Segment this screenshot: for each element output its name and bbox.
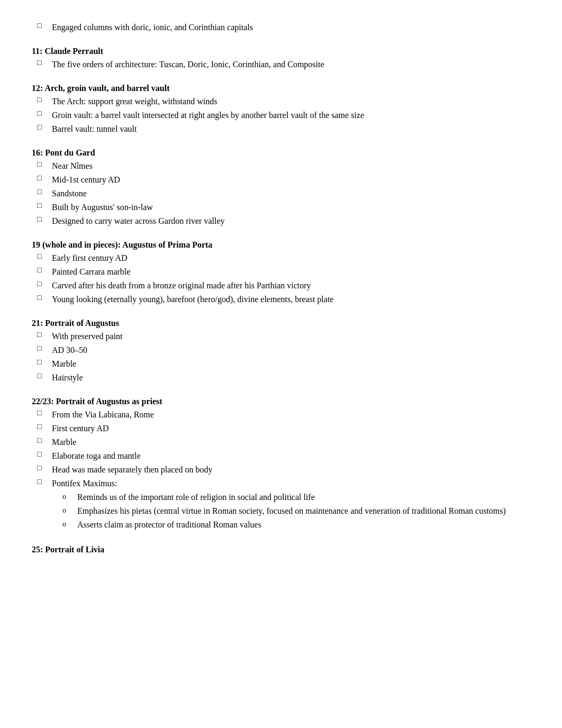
list-item: □ The five orders of architecture: Tusca… (32, 58, 530, 71)
bullet-text: Sandstone (52, 187, 530, 200)
bullet-list: □ With preserved paint □ AD 30–50 □ Marb… (32, 330, 530, 384)
bullet-icon: □ (37, 408, 52, 417)
bullet-icon: □ (37, 201, 52, 210)
section-19: 19 (whole and in pieces): Augustus of Pr… (32, 240, 530, 306)
list-item: □ Head was made separately then placed o… (32, 463, 530, 476)
list-item: □ Marble (32, 358, 530, 370)
sub-bullet-text: Reminds us of the important role of reli… (77, 491, 530, 504)
list-item: □ Painted Carrara marble (32, 266, 530, 278)
bullet-icon: □ (37, 477, 52, 486)
page-content: □ Engaged columns with doric, ionic, and… (32, 21, 530, 554)
list-item: □ Young looking (eternally young), baref… (32, 293, 530, 306)
bullet-text: Elaborate toga and mantle (52, 450, 530, 462)
section-16: 16: Pont du Gard □ Near Nîmes □ Mid-1st … (32, 148, 530, 228)
sub-bullet-text: Asserts claim as protector of traditiona… (77, 518, 530, 531)
list-item: □ Mid-1st century AD (32, 174, 530, 186)
section-header: 16: Pont du Gard (32, 148, 530, 158)
section-header: 12: Arch, groin vault, and barrel vault (32, 84, 530, 93)
bullet-text: Painted Carrara marble (52, 266, 530, 278)
list-item: □ From the Via Labicana, Rome (32, 408, 530, 421)
bullet-icon: □ (37, 252, 52, 261)
bullet-text: Hairstyle (52, 371, 530, 384)
bullet-icon: □ (37, 358, 52, 367)
section-header: 19 (whole and in pieces): Augustus of Pr… (32, 240, 530, 250)
list-item: □ Groin vault: a barrel vault intersecte… (32, 109, 530, 122)
list-item: □ With preserved paint (32, 330, 530, 343)
bullet-icon: □ (37, 422, 52, 431)
list-item: □ Engaged columns with doric, ionic, and… (32, 21, 530, 34)
bullet-text: Built by Augustus' son-in-law (52, 201, 530, 214)
bullet-icon: □ (37, 187, 52, 196)
section-header: 25: Portrait of Livia (32, 545, 530, 554)
bullet-list: □ The five orders of architecture: Tusca… (32, 58, 530, 71)
bullet-text: From the Via Labicana, Rome (52, 408, 530, 421)
bullet-icon: □ (37, 174, 52, 183)
bullet-icon: □ (37, 266, 52, 275)
list-item: □ Barrel vault: tunnel vault (32, 123, 530, 135)
bullet-list: □ The Arch: support great weight, withst… (32, 95, 530, 135)
bullet-icon: □ (37, 344, 52, 353)
bullet-icon: □ (37, 371, 52, 380)
section-header: 21: Portrait of Augustus (32, 319, 530, 328)
bullet-icon: □ (37, 21, 52, 30)
list-item: □ Pontifex Maximus: o Reminds us of the … (32, 477, 530, 532)
bullet-text: Engaged columns with doric, ionic, and C… (52, 21, 530, 34)
bullet-icon: □ (37, 215, 52, 224)
sub-list-item: o Asserts claim as protector of traditio… (52, 518, 530, 531)
sub-list-item: o Reminds us of the important role of re… (52, 491, 530, 504)
bullet-text: Pontifex Maximus: o Reminds us of the im… (52, 477, 530, 532)
bullet-list: □ Near Nîmes □ Mid-1st century AD □ Sand… (32, 160, 530, 228)
bullet-text: The five orders of architecture: Tuscan,… (52, 58, 530, 71)
top-section: □ Engaged columns with doric, ionic, and… (32, 21, 530, 34)
bullet-text: First century AD (52, 422, 530, 435)
sub-list-item: o Emphasizes his pietas (central virtue … (52, 505, 530, 517)
bullet-text: Groin vault: a barrel vault intersected … (52, 109, 530, 122)
list-item: □ Early first century AD (32, 252, 530, 265)
list-item: □ Marble (32, 436, 530, 449)
bullet-icon: □ (37, 450, 52, 459)
bullet-text: The Arch: support great weight, withstan… (52, 95, 530, 108)
sub-bullet-icon: o (62, 518, 77, 530)
bullet-text: Mid-1st century AD (52, 174, 530, 186)
bullet-text: Near Nîmes (52, 160, 530, 172)
list-item: □ The Arch: support great weight, withst… (32, 95, 530, 108)
bullet-icon: □ (37, 293, 52, 302)
bullet-icon: □ (37, 279, 52, 288)
bullet-text: Early first century AD (52, 252, 530, 265)
section-21: 21: Portrait of Augustus □ With preserve… (32, 319, 530, 384)
bullet-list: □ From the Via Labicana, Rome □ First ce… (32, 408, 530, 532)
sub-bullet-icon: o (62, 491, 77, 502)
top-bullet-list: □ Engaged columns with doric, ionic, and… (32, 21, 530, 34)
bullet-text: With preserved paint (52, 330, 530, 343)
list-item: □ Near Nîmes (32, 160, 530, 172)
list-item: □ Built by Augustus' son-in-law (32, 201, 530, 214)
bullet-text: Marble (52, 358, 530, 370)
bullet-text: Head was made separately then placed on … (52, 463, 530, 476)
list-item: □ AD 30–50 (32, 344, 530, 357)
sub-bullet-list: o Reminds us of the important role of re… (52, 491, 530, 531)
bullet-icon: □ (37, 160, 52, 169)
list-item: □ Hairstyle (32, 371, 530, 384)
bullet-list: □ Early first century AD □ Painted Carra… (32, 252, 530, 306)
bullet-icon: □ (37, 95, 52, 104)
sub-bullet-text: Emphasizes his pietas (central virtue in… (77, 505, 530, 517)
bullet-icon: □ (37, 58, 52, 67)
sub-bullet-icon: o (62, 505, 77, 516)
section-25: 25: Portrait of Livia (32, 545, 530, 554)
bullet-icon: □ (37, 123, 52, 132)
bullet-text: Marble (52, 436, 530, 449)
list-item: □ Carved after his death from a bronze o… (32, 279, 530, 292)
bullet-icon: □ (37, 109, 52, 118)
bullet-text: Barrel vault: tunnel vault (52, 123, 530, 135)
list-item: □ Elaborate toga and mantle (32, 450, 530, 462)
list-item: □ First century AD (32, 422, 530, 435)
bullet-icon: □ (37, 436, 52, 445)
bullet-text: AD 30–50 (52, 344, 530, 357)
section-header: 11: Claude Perrault (32, 47, 530, 56)
bullet-icon: □ (37, 463, 52, 472)
bullet-text: Young looking (eternally young), barefoo… (52, 293, 530, 306)
bullet-icon: □ (37, 330, 52, 339)
list-item: □ Designed to carry water across Gardon … (32, 215, 530, 228)
bullet-text: Designed to carry water across Gardon ri… (52, 215, 530, 228)
bullet-text: Carved after his death from a bronze ori… (52, 279, 530, 292)
